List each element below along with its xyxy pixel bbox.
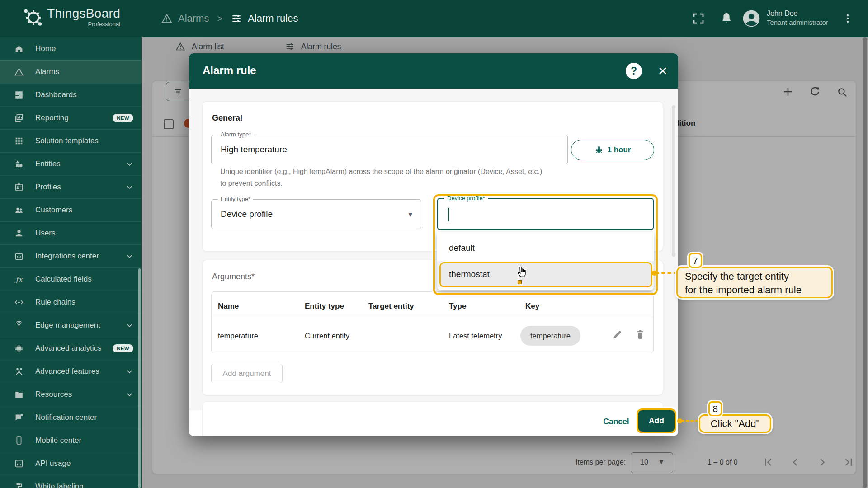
sidebar-item-profiles[interactable]: Profiles [0, 175, 142, 198]
alarms-icon [14, 66, 24, 77]
sidebar-item-label: Dashboards [35, 90, 77, 99]
dropdown-option-thermostat[interactable]: thermostat [437, 261, 654, 287]
close-icon[interactable]: × [654, 61, 672, 80]
add-button[interactable]: Add [638, 410, 675, 432]
sidebar-item-label: Profiles [35, 183, 61, 192]
home-icon [14, 43, 24, 54]
analytics-chip-icon [14, 343, 24, 354]
sidebar-item-label: API usage [35, 459, 71, 468]
sidebar-item-notification-center[interactable]: Notification center [0, 406, 142, 429]
sidebar-item-integrations-center[interactable]: Integrations center [0, 244, 142, 267]
entity-type-select[interactable]: Entity type* Device profile ▼ [211, 199, 421, 229]
sidebar-item-label: Resources [35, 390, 72, 399]
user-info[interactable]: John Doe Tenant administrator [767, 9, 828, 27]
arguments-heading: Arguments* [212, 272, 255, 282]
cell-entity-type: Current entity [305, 332, 349, 340]
dialog-scrollbar-thumb[interactable] [672, 105, 675, 257]
connector-dash-7 [656, 272, 677, 274]
cancel-button[interactable]: Cancel [599, 415, 633, 428]
avatar[interactable] [741, 9, 761, 28]
schedule-chip-label: 1 hour [608, 145, 631, 155]
chevron-down-icon [127, 162, 132, 166]
sidebar: Home Alarms Dashboards Reporting NEW Sol… [0, 37, 142, 488]
chevron-down-icon [127, 324, 132, 328]
connector-dash-8 [681, 420, 699, 422]
step-7-badge: 7 [689, 253, 702, 268]
col-entity-type: Entity type [305, 302, 344, 311]
sidebar-scrollbar[interactable] [138, 268, 141, 488]
sidebar-item-entities[interactable]: Entities [0, 152, 142, 175]
sidebar-item-rule-chains[interactable]: Rule chains [0, 291, 142, 314]
sidebar-item-customers[interactable]: Customers [0, 198, 142, 221]
edit-pencil-icon[interactable] [612, 328, 623, 340]
sidebar-item-label: Home [35, 44, 56, 53]
device-profile-label: Device profile* [444, 195, 488, 202]
sidebar-item-users[interactable]: Users [0, 221, 142, 244]
sidebar-item-edge-management[interactable]: Edge management [0, 314, 142, 337]
apps-grid-icon [14, 136, 24, 146]
callout-8-text: Click "Add" [711, 418, 760, 430]
dropdown-option-default[interactable]: default [437, 235, 654, 261]
help-icon[interactable]: ? [626, 63, 642, 79]
fx-icon: ƒx [14, 274, 24, 285]
sidebar-item-advanced-features[interactable]: Advanced features [0, 360, 142, 383]
notifications-bell-icon[interactable] [720, 11, 733, 25]
breadcrumb-section[interactable]: Alarms [178, 13, 209, 24]
profiles-icon [14, 182, 24, 192]
next-section-card-edge [202, 401, 663, 436]
schedule-chip-button[interactable]: 1 hour [571, 140, 654, 160]
sidebar-item-calculated-fields[interactable]: ƒx Calculated fields [0, 267, 142, 291]
device-profile-dropdown: default thermostat [437, 232, 654, 290]
tools-icon [14, 366, 24, 377]
general-heading: General [212, 113, 242, 123]
white-labeling-paint-icon [14, 481, 24, 488]
table-divider [212, 318, 654, 318]
sidebar-item-home[interactable]: Home [0, 37, 142, 60]
brand-subtitle: Professional [47, 21, 120, 28]
folder-icon [14, 389, 24, 400]
sidebar-item-api-usage[interactable]: API usage [0, 452, 142, 475]
sidebar-item-dashboards[interactable]: Dashboards [0, 83, 142, 106]
dialog-title: Alarm rule [203, 64, 256, 77]
breadcrumb-page: Alarm rules [248, 13, 298, 24]
callout-7-line2: for the imported alarm rule [685, 283, 824, 297]
edge-antenna-icon [14, 320, 24, 331]
device-profile-input[interactable]: Device profile* [437, 198, 654, 230]
col-key: Key [525, 302, 539, 311]
add-argument-label: Add argument [223, 369, 271, 378]
sidebar-item-label: Edge management [35, 321, 100, 330]
customers-icon [14, 205, 24, 216]
click-indicator-square [518, 280, 522, 284]
integrations-icon [14, 251, 24, 262]
chevron-down-icon [127, 254, 132, 258]
col-type: Type [449, 302, 466, 311]
chevron-down-icon: ▼ [407, 211, 414, 218]
add-argument-button[interactable]: Add argument [211, 364, 283, 383]
step-8-callout: Click "Add" [699, 414, 771, 433]
sidebar-item-white-labeling[interactable]: White labeling [0, 475, 142, 488]
users-icon [14, 228, 24, 239]
sidebar-item-resources[interactable]: Resources [0, 383, 142, 406]
option-label: thermostat [449, 269, 490, 279]
sidebar-item-mobile-center[interactable]: Mobile center [0, 429, 142, 452]
entities-icon [14, 159, 24, 169]
alarm-type-helper-line1: Unique identifier (e.g., HighTempAlarm) … [220, 166, 542, 177]
fullscreen-icon[interactable] [692, 12, 705, 25]
cell-type: Latest telemetry [449, 332, 502, 340]
sidebar-item-solution-templates[interactable]: Solution templates [0, 129, 142, 152]
sidebar-item-advanced-analytics[interactable]: Advanced analytics NEW [0, 337, 142, 360]
cancel-label: Cancel [603, 417, 629, 427]
more-vert-icon[interactable] [842, 11, 854, 26]
sidebar-item-reporting[interactable]: Reporting NEW [0, 106, 142, 129]
sidebar-item-label: Customers [35, 206, 72, 215]
delete-trash-icon[interactable] [634, 328, 646, 340]
sidebar-item-label: Users [35, 229, 55, 238]
sidebar-item-label: Notification center [35, 413, 97, 422]
breadcrumb-separator: > [217, 14, 222, 24]
alarm-type-field[interactable]: Alarm type* High temperature [211, 135, 568, 164]
alarm-rules-breadcrumb-icon [231, 13, 242, 24]
sidebar-item-alarms[interactable]: Alarms [0, 60, 142, 83]
alarm-rule-dialog: Alarm rule ? × General Alarm type* High … [189, 53, 678, 436]
sidebar-item-label: Alarms [35, 67, 59, 76]
option-label: default [449, 243, 475, 253]
